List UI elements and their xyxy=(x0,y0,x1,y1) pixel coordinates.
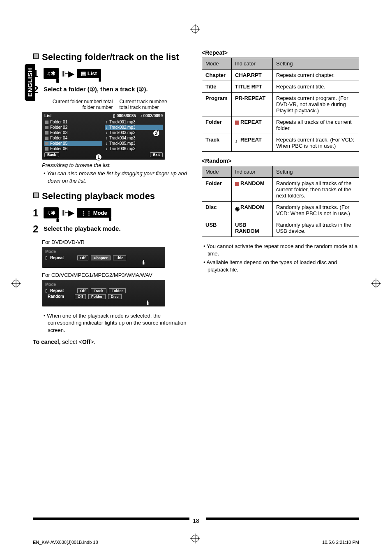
mode-button-label: Mode xyxy=(93,210,107,216)
tap-hand-icon xyxy=(140,258,149,267)
section-marker-icon xyxy=(33,193,39,198)
mode-option[interactable]: Off xyxy=(75,294,86,299)
note-text: You can also browse the list by dragging… xyxy=(48,170,190,184)
callout-1-icon: 1 xyxy=(95,154,102,160)
table-row: Disc RANDOM Randomly plays all tracks. (… xyxy=(202,202,359,219)
section-marker-icon xyxy=(33,53,39,59)
subheading: For DVD/DVD-VR xyxy=(42,239,190,245)
table-row: Chapter CHAP.RPT Repeats current chapter… xyxy=(202,70,359,81)
mode-option[interactable]: Folder xyxy=(88,294,106,299)
folder-icon xyxy=(235,182,239,186)
tap-hand-icon xyxy=(144,298,153,307)
print-footer-right: 10.5.6 2:21:10 PM xyxy=(322,540,359,545)
heading-select-folder-track: Selecting folder/track on the list xyxy=(42,52,179,62)
list-panel-title: List xyxy=(44,114,52,118)
caption-folder-number: folder number xyxy=(42,104,113,110)
registration-mark-icon xyxy=(372,280,380,287)
step-text: Select a folder (①), then a track (②). xyxy=(44,84,148,93)
step-number: 2 xyxy=(33,223,41,235)
subheading: For CD/VCD/MPEG1/MPEG2/MP3/WMA/WAV xyxy=(42,272,190,278)
mode-option[interactable]: Folder xyxy=(109,288,126,293)
mode-panel-title: Mode xyxy=(45,249,162,254)
table-row: Folder RANDOM Randomly plays all tracks … xyxy=(202,178,359,202)
print-footer-left: EN_KW-AVX838[J]001B.indb 18 xyxy=(33,540,98,545)
list-item: Folder 04 xyxy=(44,135,102,141)
music-settings-button[interactable]: ♫✱ xyxy=(44,68,59,79)
tap-hand-icon xyxy=(54,215,63,224)
table-row: Title TITLE RPT Repeats current title. xyxy=(202,81,359,93)
mode-row-label: Random xyxy=(48,294,72,299)
table-row: Program PR-REPEAT Repeats current progra… xyxy=(202,93,359,116)
table-row: Folder REPEAT Repeats all tracks of the … xyxy=(202,116,359,134)
folder-counter: 0005/0035 xyxy=(117,114,136,118)
music-settings-button[interactable]: ♫✱ xyxy=(44,207,59,218)
cancel-instruction: To cancel, select <Off>. xyxy=(33,339,190,345)
mode-option[interactable]: Disc xyxy=(108,294,122,299)
tap-hand-icon xyxy=(106,214,115,223)
mode-option[interactable]: Chapter xyxy=(91,255,111,260)
table-header: Setting xyxy=(273,58,359,70)
note-text: You cannot activate the repeat mode and … xyxy=(208,243,359,257)
tap-hand-icon xyxy=(96,75,105,84)
language-tab: ENGLISH xyxy=(25,64,35,101)
folder-list[interactable]: Folder 01 Folder 02 Folder 03 Folder 04 … xyxy=(44,119,102,151)
list-item: ♪ Track006.mp3 xyxy=(105,146,163,151)
right-column: <Repeat> Mode Indicator Setting Chapter … xyxy=(202,49,359,345)
registration-mark-icon xyxy=(12,280,20,287)
caption-track-number: Current track number/ xyxy=(120,99,191,104)
tap-hand-icon xyxy=(54,76,63,85)
note-text: Available items depend on the types of l… xyxy=(208,259,359,273)
list-item: Folder 05 xyxy=(44,141,102,146)
exit-button[interactable]: Exit xyxy=(150,152,163,157)
arrow-right-icon: ⊪▶ xyxy=(61,69,74,79)
step-number: 1 xyxy=(33,207,41,219)
caption-folder-number: Current folder number/ total xyxy=(42,99,113,104)
note-text: Press/drag to browse the list. xyxy=(42,162,190,168)
mode-option[interactable]: Track xyxy=(91,288,106,293)
tap-hand-icon xyxy=(154,128,164,137)
table-header: Setting xyxy=(273,166,359,178)
list-item: Folder 02 xyxy=(44,125,102,130)
back-button[interactable]: Back xyxy=(44,152,59,157)
table-header: Mode xyxy=(202,166,232,178)
table-row: USB USB RANDOM Randomly plays all tracks… xyxy=(202,219,359,237)
table-header: Mode xyxy=(202,58,232,70)
mode-panel-dvd[interactable]: Mode ▯ Repeat Off Chapter Title xyxy=(42,247,165,268)
mode-panel-title: Mode xyxy=(45,282,162,287)
track-counter: 0003/0099 xyxy=(143,114,163,118)
list-button[interactable]: ▤ List xyxy=(77,69,101,78)
mode-option[interactable]: Off xyxy=(77,288,88,293)
caption-track-number: total track number xyxy=(120,104,191,110)
page-number: 18 xyxy=(190,518,202,524)
table-heading-repeat: <Repeat> xyxy=(202,49,359,56)
table-header: Indicator xyxy=(232,58,273,70)
table-header: Indicator xyxy=(232,166,273,178)
left-column: Selecting folder/track on the list 1 ♫✱ … xyxy=(33,49,190,345)
mode-option[interactable]: Off xyxy=(77,255,88,260)
list-item: ♪ Track002.mp3 xyxy=(105,125,163,130)
arrow-right-icon: ⊪▶ xyxy=(61,208,74,218)
folder-icon xyxy=(235,121,239,125)
registration-mark-icon xyxy=(191,26,199,33)
mode-panel-cd[interactable]: Mode ▯ Repeat Off Track Folder Random Of… xyxy=(42,280,165,306)
mode-row-label: Repeat xyxy=(50,255,75,260)
disc-icon xyxy=(235,206,239,210)
heading-playback-modes: Selecting playback modes xyxy=(42,191,155,201)
list-item: Folder 06 xyxy=(44,146,102,151)
mode-option[interactable]: Title xyxy=(113,255,126,260)
note-icon xyxy=(235,138,239,142)
list-panel[interactable]: List ▯ 0005/0035 ♪ 0003/0099 Folder 01 F… xyxy=(42,112,165,160)
table-heading-random: <Random> xyxy=(202,158,359,164)
list-button-label: List xyxy=(88,70,97,77)
list-item: ♪ Track004.mp3 xyxy=(105,135,163,141)
list-item: Folder 03 xyxy=(44,130,102,135)
random-table: Mode Indicator Setting Folder RANDOM Ran… xyxy=(202,166,359,237)
mode-button[interactable]: ⋮⋮ Mode xyxy=(77,208,111,218)
step-text: Select the playback mode. xyxy=(44,223,121,232)
table-row: Track REPEAT Repeats current track. (For… xyxy=(202,134,359,152)
note-text: When one of the playback mode is selecte… xyxy=(48,312,190,334)
print-footer: EN_KW-AVX838[J]001B.indb 18 10.5.6 2:21:… xyxy=(33,540,359,545)
caption-row: Current folder number/ total folder numb… xyxy=(42,99,190,110)
repeat-table: Mode Indicator Setting Chapter CHAP.RPT … xyxy=(202,58,359,152)
list-item: Folder 01 xyxy=(44,119,102,125)
